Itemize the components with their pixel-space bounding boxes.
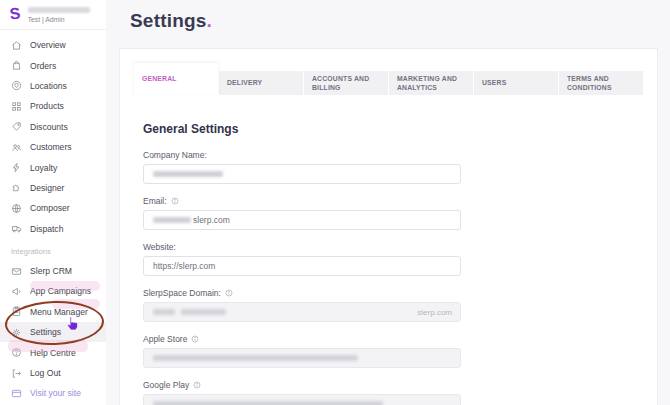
- info-icon: [171, 197, 179, 205]
- sidebar-item-customers[interactable]: Customers: [0, 137, 106, 157]
- sidebar-item-locations[interactable]: Locations: [0, 76, 106, 96]
- settings-tabs: GENERAL DELIVERY ACCOUNTS AND BILLING MA…: [134, 63, 643, 95]
- sidebar-item-label: Log Out: [30, 368, 61, 378]
- sidebar-item-label: Discounts: [30, 122, 68, 132]
- website-label: Website:: [143, 242, 657, 252]
- slerpspace-domain-label: SlerpSpace Domain:: [143, 288, 221, 298]
- sidebar-item-composer[interactable]: Composer: [0, 198, 106, 218]
- sidebar-item-settings[interactable]: Settings: [0, 322, 106, 342]
- redacted-value: [181, 309, 226, 315]
- sidebar-item-label: Designer: [30, 183, 64, 193]
- info-icon: [225, 289, 233, 297]
- account-subtitle: Test | Admin: [28, 16, 90, 23]
- email-visible-text: slerp.com: [193, 215, 230, 225]
- sidebar-item-overview[interactable]: Overview: [0, 35, 106, 55]
- google-play-label: Google Play: [143, 380, 189, 390]
- general-settings-panel: General Settings Company Name: Email: sl…: [120, 95, 657, 405]
- globe-icon: [11, 203, 22, 214]
- sidebar-item-label: Settings: [30, 327, 61, 337]
- tab-accounts-and-billing[interactable]: ACCOUNTS AND BILLING: [303, 71, 388, 95]
- tab-delivery[interactable]: DELIVERY: [218, 71, 303, 95]
- info-icon: [191, 335, 199, 343]
- slerpspace-domain-field: SlerpSpace Domain: slerp.com: [143, 288, 657, 322]
- slerp-logo: S: [9, 6, 22, 30]
- map-pin-icon: [11, 80, 22, 91]
- sidebar-item-discounts[interactable]: Discounts: [0, 117, 106, 137]
- sidebar-item-label: Help Centre: [30, 348, 76, 358]
- company-name-label: Company Name:: [143, 150, 657, 160]
- sidebar-item-slerp-crm[interactable]: Slerp CRM: [0, 261, 106, 281]
- sidebar-item-label: Products: [30, 101, 64, 111]
- sidebar-item-label: Loyalty: [30, 163, 57, 173]
- account-name-redacted: [28, 7, 90, 13]
- sidebar-item-app-campaigns[interactable]: App Campaigns: [0, 281, 106, 301]
- question-circle-icon: [11, 347, 22, 358]
- website-field: Website:: [143, 242, 657, 276]
- sidebar-item-products[interactable]: Products: [0, 96, 106, 116]
- company-name-input[interactable]: [143, 164, 461, 184]
- account-header: S Test | Admin: [0, 0, 106, 30]
- google-play-input: [143, 394, 461, 405]
- sidebar-item-designer[interactable]: Designer: [0, 178, 106, 198]
- sidebar-item-label: Customers: [30, 142, 72, 152]
- sidebar-item-help-centre[interactable]: Help Centre: [0, 342, 106, 362]
- sidebar-item-loyalty[interactable]: Loyalty: [0, 157, 106, 177]
- sidebar-item-label: Visit your site: [30, 388, 81, 398]
- page-title-text: Settings: [130, 10, 207, 31]
- sidebar-item-dispatch[interactable]: Dispatch: [0, 219, 106, 239]
- redacted-value: [153, 355, 358, 361]
- apple-store-label: Apple Store: [143, 334, 187, 344]
- sidebar-item-orders[interactable]: Orders: [0, 55, 106, 75]
- megaphone-icon: [11, 286, 22, 297]
- logout-icon: [11, 368, 22, 379]
- browser-window-icon: [11, 388, 22, 399]
- settings-card: GENERAL DELIVERY ACCOUNTS AND BILLING MA…: [119, 48, 658, 405]
- sidebar-item-log-out[interactable]: Log Out: [0, 363, 106, 383]
- sidebar-nav: Overview Orders Locations Products Disco…: [0, 30, 106, 404]
- sidebar-item-label: App Campaigns: [30, 286, 91, 296]
- redacted-value: [153, 217, 191, 223]
- email-field: Email: slerp.com: [143, 196, 657, 230]
- sidebar-item-label: Composer: [30, 203, 70, 213]
- truck-icon: [11, 223, 22, 234]
- sidebar-item-label: Dispatch: [30, 224, 63, 234]
- envelope-icon: [11, 266, 22, 277]
- info-icon: [193, 381, 201, 389]
- sidebar-section-integrations: Integrations: [0, 239, 106, 261]
- clipboard-icon: [11, 306, 22, 317]
- sidebar-item-label: Orders: [30, 61, 56, 71]
- email-input[interactable]: slerp.com: [143, 210, 461, 230]
- title-accent-dot: .: [207, 10, 212, 31]
- sidebar-item-menu-manager[interactable]: Menu Manager: [0, 302, 106, 322]
- redacted-value: [153, 309, 175, 315]
- zap-icon: [11, 162, 22, 173]
- gear-icon: [11, 327, 22, 338]
- page-title: Settings.: [130, 10, 212, 32]
- sidebar-item-visit-your-site[interactable]: Visit your site: [0, 383, 106, 403]
- grid-icon: [11, 101, 22, 112]
- section-heading: General Settings: [143, 122, 657, 136]
- sidebar-item-label: Menu Manager: [30, 307, 88, 317]
- company-name-field: Company Name:: [143, 150, 657, 184]
- google-play-field: Google Play: [143, 380, 657, 405]
- redacted-value: [153, 401, 383, 405]
- apple-store-field: Apple Store: [143, 334, 657, 368]
- apple-store-input: [143, 348, 461, 368]
- tab-users[interactable]: USERS: [473, 71, 558, 95]
- tab-marketing-and-analytics[interactable]: MARKETING AND ANALYTICS: [388, 71, 473, 95]
- website-input[interactable]: [143, 256, 461, 276]
- sidebar: S Test | Admin Overview Orders Locations…: [0, 0, 106, 405]
- sidebar-item-label: Slerp CRM: [30, 266, 72, 276]
- redacted-value: [153, 171, 223, 177]
- email-label: Email:: [143, 196, 167, 206]
- sidebar-item-label: Overview: [30, 40, 66, 50]
- tab-general[interactable]: GENERAL: [134, 63, 218, 95]
- slerpspace-domain-input: slerp.com: [143, 302, 461, 322]
- sidebar-item-label: Locations: [30, 81, 67, 91]
- tab-terms-and-conditions[interactable]: TERMS AND CONDITIONS: [558, 71, 643, 95]
- tag-icon: [11, 121, 22, 132]
- people-icon: [11, 142, 22, 153]
- puzzle-icon: [11, 182, 22, 193]
- domain-suffix: slerp.com: [417, 308, 452, 317]
- shopping-bag-icon: [11, 60, 22, 71]
